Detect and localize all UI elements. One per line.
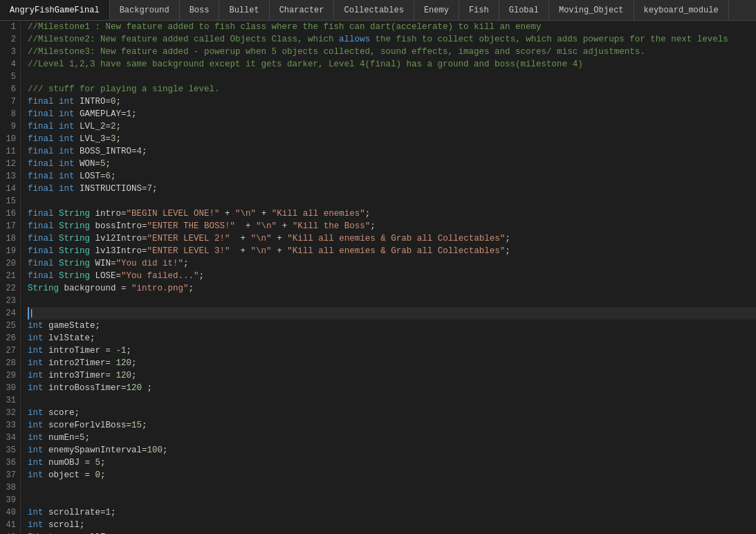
- line-number-2: 2: [4, 33, 16, 46]
- code-line-6: /// stuff for playing a single level.: [28, 83, 756, 95]
- line-number-35: 35: [4, 444, 16, 457]
- line-number-25: 25: [4, 320, 16, 332]
- code-line-1: //Milestone1 : New feature added to fish…: [28, 21, 756, 33]
- line-number-19: 19: [4, 245, 16, 257]
- tab-collectables[interactable]: Collectables: [334, 0, 414, 20]
- code-line-21: final String LOSE="You failed...";: [28, 270, 756, 282]
- code-line-11: final int BOSS_INTRO=4;: [28, 145, 756, 158]
- line-number-11: 11: [4, 145, 16, 158]
- line-number-4: 4: [4, 58, 16, 71]
- code-line-29: int intro3Timer= 120;: [28, 369, 756, 382]
- line-number-20: 20: [4, 257, 16, 270]
- line-number-3: 3: [4, 46, 16, 58]
- line-number-16: 16: [4, 208, 16, 220]
- code-line-15: [28, 195, 756, 208]
- code-line-25: int gameState;: [28, 320, 756, 332]
- code-line-40: int scrollrate=1;: [28, 506, 756, 519]
- code-line-20: final String WIN="You did it!";: [28, 257, 756, 270]
- code-line-24: |: [28, 307, 756, 320]
- code-line-16: final String intro="BEGIN LEVEL ONE!" + …: [28, 208, 756, 220]
- line-number-18: 18: [4, 232, 16, 245]
- code-line-38: [28, 481, 756, 494]
- code-line-22: String background = "intro.png";: [28, 282, 756, 295]
- code-area: 1234567891011121314151617181920212223242…: [0, 21, 756, 534]
- code-line-35: int enemySpawnInterval=100;: [28, 444, 756, 457]
- tab-bar: AngryFishGameFinalBackgroundBossBulletCh…: [0, 0, 756, 21]
- line-number-41: 41: [4, 519, 16, 531]
- code-line-32: int score;: [28, 407, 756, 419]
- line-number-17: 17: [4, 220, 16, 232]
- line-number-39: 39: [4, 494, 16, 506]
- line-number-9: 9: [4, 120, 16, 133]
- code-line-28: int intro2Timer= 120;: [28, 357, 756, 369]
- code-line-10: final int LVL_3=3;: [28, 133, 756, 145]
- code-line-39: [28, 494, 756, 506]
- line-number-40: 40: [4, 506, 16, 519]
- tab-angryfishgamefinal[interactable]: AngryFishGameFinal: [0, 0, 110, 20]
- code-line-8: final int GAMEPLAY=1;: [28, 108, 756, 120]
- line-number-37: 37: [4, 469, 16, 481]
- line-number-30: 30: [4, 382, 16, 394]
- line-number-6: 6: [4, 83, 16, 95]
- tab-fish[interactable]: Fish: [459, 0, 499, 20]
- code-line-23: [28, 295, 756, 307]
- code-line-17: final String bossIntro="ENTER THE BOSS!"…: [28, 220, 756, 232]
- line-number-31: 31: [4, 394, 16, 407]
- line-number-7: 7: [4, 95, 16, 108]
- code-line-9: final int LVL_2=2;: [28, 120, 756, 133]
- line-number-14: 14: [4, 183, 16, 195]
- code-line-34: int numEn=5;: [28, 432, 756, 444]
- line-number-8: 8: [4, 108, 16, 120]
- tab-global[interactable]: Global: [499, 0, 549, 20]
- tab-character[interactable]: Character: [270, 0, 335, 20]
- line-number-28: 28: [4, 357, 16, 369]
- tab-moving_object[interactable]: Moving_Object: [549, 0, 634, 20]
- tab-background[interactable]: Background: [110, 0, 180, 20]
- line-number-12: 12: [4, 158, 16, 170]
- line-number-32: 32: [4, 407, 16, 419]
- line-number-34: 34: [4, 432, 16, 444]
- code-line-14: final int INSTRUCTIONS=7;: [28, 183, 756, 195]
- code-line-12: final int WON=5;: [28, 158, 756, 170]
- line-number-23: 23: [4, 295, 16, 307]
- code-line-41: int scroll;: [28, 519, 756, 531]
- code-line-26: int lvlState;: [28, 332, 756, 344]
- line-number-10: 10: [4, 133, 16, 145]
- code-line-3: //Milestone3: New feature added - poweru…: [28, 46, 756, 58]
- code-line-7: final int INTRO=0;: [28, 95, 756, 108]
- line-numbers: 1234567891011121314151617181920212223242…: [0, 21, 21, 534]
- line-number-15: 15: [4, 195, 16, 208]
- line-number-27: 27: [4, 344, 16, 357]
- line-number-24: 24: [4, 307, 16, 320]
- code-line-5: [28, 71, 756, 83]
- code-line-30: int introBossTimer=120 ;: [28, 382, 756, 394]
- line-number-13: 13: [4, 170, 16, 183]
- code-line-19: final String lvl3Intro="ENTER LEVEL 3!" …: [28, 245, 756, 257]
- line-number-36: 36: [4, 457, 16, 469]
- tab-boss[interactable]: Boss: [180, 0, 220, 20]
- code-line-36: int numOBJ = 5;: [28, 457, 756, 469]
- code-line-18: final String lvl2Intro="ENTER LEVEL 2!" …: [28, 232, 756, 245]
- line-number-38: 38: [4, 481, 16, 494]
- code-line-4: //Level 1,2,3 have same background excep…: [28, 58, 756, 71]
- line-number-42: 42: [4, 531, 16, 534]
- code-line-27: int introTimer = -1;: [28, 344, 756, 357]
- line-number-29: 29: [4, 369, 16, 382]
- line-number-33: 33: [4, 419, 16, 432]
- code-line-2: //Milestone2: New feature added called O…: [28, 33, 756, 46]
- tab-keyboard_module[interactable]: keyboard_module: [634, 0, 729, 20]
- code-line-37: int object = 0;: [28, 469, 756, 481]
- tab-bullet[interactable]: Bullet: [219, 0, 269, 20]
- line-number-1: 1: [4, 21, 16, 33]
- code-lines: //Milestone1 : New feature added to fish…: [21, 21, 756, 534]
- line-number-21: 21: [4, 270, 16, 282]
- line-number-5: 5: [4, 71, 16, 83]
- line-number-22: 22: [4, 282, 16, 295]
- code-line-42: PVector scrollForce;: [28, 531, 756, 534]
- code-line-31: [28, 394, 756, 407]
- code-line-13: final int LOST=6;: [28, 170, 756, 183]
- code-line-33: int scoreForlvlBoss=15;: [28, 419, 756, 432]
- line-number-26: 26: [4, 332, 16, 344]
- tab-enemy[interactable]: Enemy: [414, 0, 459, 20]
